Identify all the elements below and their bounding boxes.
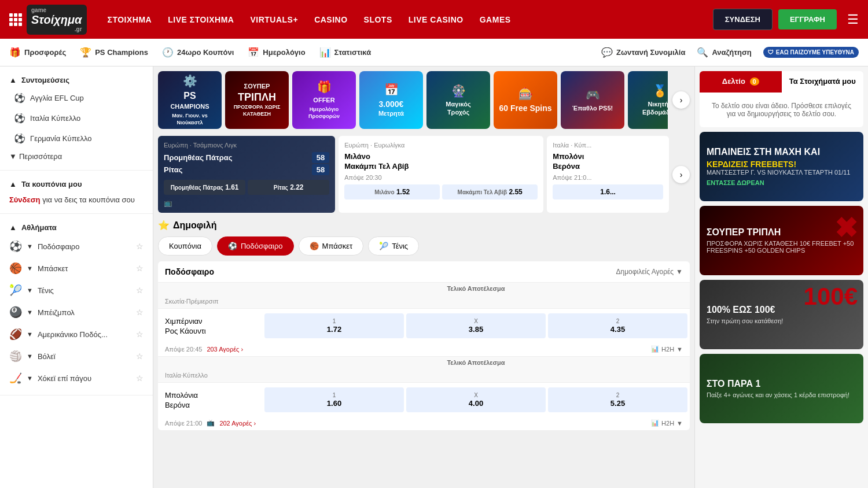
match1-h2h[interactable]: 📊 H2H ▼ xyxy=(651,345,683,353)
popular-tab-basketball[interactable]: 🏀 Μπάσκετ xyxy=(299,236,364,256)
live-odd-away-btn[interactable]: Ρίτας 2.22 xyxy=(248,180,329,195)
match2-odd1-label: 1 xyxy=(333,392,336,398)
logo-game-text: game xyxy=(31,7,82,13)
sidebar-item-baseball[interactable]: 🎱 ▼ Μπέιζμπολ ☆ xyxy=(0,301,153,323)
sidebar-item-football[interactable]: ⚽ ▼ Ποδόσφαιρο ☆ xyxy=(0,235,153,257)
sidebar-item-volleyball[interactable]: 🏐 ▼ Βόλεϊ ☆ xyxy=(0,345,153,367)
popular-tab-football[interactable]: ⚽ Ποδόσφαιρο xyxy=(217,236,294,256)
nav-casino[interactable]: CASINO xyxy=(314,15,347,24)
nav-slots[interactable]: SLOTS xyxy=(364,15,392,24)
match2-odd1-value: 1.60 xyxy=(327,399,341,408)
match2-markets-link[interactable]: 202 Αγορές › xyxy=(219,420,256,427)
register-button[interactable]: ΕΓΓΡΑΦΗ xyxy=(778,9,837,29)
shortcut-england-efl[interactable]: ⚽ Αγγλία EFL Cup xyxy=(0,88,153,108)
search-btn[interactable]: 🔍 Αναζήτηση xyxy=(697,47,751,58)
popular-tab-tennis[interactable]: 🎾 Τένις xyxy=(368,236,419,256)
right-banner-ps[interactable]: ΜΠΑΙΝΕΙΣ ΣΤΗ ΜΑΧΗ ΚΑΙ ΚΕΡΔΙΖΕΙΣ FREEBETS… xyxy=(700,132,863,201)
promo-card-calendar[interactable]: 📅 3.000€ Μετρητά xyxy=(359,71,423,129)
fav-icon-am-football[interactable]: ☆ xyxy=(136,330,144,339)
bet-slip-tab-delta[interactable]: Δελτίο 0 xyxy=(700,71,782,93)
shortcuts-more-btn[interactable]: ▼ Περισσότερα xyxy=(0,149,153,164)
nav-stoixima[interactable]: ΣΤΟΙΧΗΜΑ xyxy=(108,15,152,24)
live-game-milano: Ευρώπη · Ευρωλίγκα Μιλάνο Μακάμπι Τελ Αβ… xyxy=(339,136,543,213)
promo-next-btn[interactable]: › xyxy=(672,91,690,109)
nav-virtuals[interactable]: VIRTUALS+ xyxy=(250,15,298,24)
promo-card-freespins[interactable]: 🎰 60 Free Spins xyxy=(494,71,557,129)
match2-odd1-btn[interactable]: 1 1.60 xyxy=(264,387,404,412)
live-odd-home-btn[interactable]: Προμηθέας Πάτρας 1.61 xyxy=(164,180,245,195)
popular-tabs: Κουπόνια ⚽ Ποδόσφαιρο 🏀 Μπάσκετ 🎾 Τένις xyxy=(158,236,690,256)
match1-markets-link[interactable]: 203 Αγορές › xyxy=(207,346,243,353)
sports-header[interactable]: ▲ Αθλήματα xyxy=(0,220,153,235)
right-banner-para[interactable]: ΣΤΟ ΠΑΡΑ 1 Παίξε 4+ αγώνες και αν χάσεις… xyxy=(700,354,863,423)
search-icon: 🔍 xyxy=(697,47,708,58)
sidebar-item-hockey[interactable]: 🏒 ▼ Χόκεϊ επί πάγου ☆ xyxy=(0,367,153,389)
match1-odd2-btn[interactable]: 2 4.35 xyxy=(548,313,687,338)
live-team2-name: Ρίτας xyxy=(164,165,182,174)
match1-oddX-btn[interactable]: Χ 3.85 xyxy=(406,313,546,338)
promo-offer-icon: 🎁 xyxy=(317,80,332,94)
nav-live-casino[interactable]: LIVE CASINO xyxy=(409,15,464,24)
match2-h2h[interactable]: 📊 H2H ▼ xyxy=(651,419,683,427)
live-team3-name: Μιλάνο xyxy=(344,152,370,161)
match-row-2: Μπολόνια Βερόνα 1 1.60 Χ 4.00 xyxy=(158,383,690,430)
live-odd-home2-value: 1.52 xyxy=(396,188,410,196)
sidebar-item-american-football[interactable]: 🏈 ▼ Αμερικάνικο Ποδός... ☆ xyxy=(0,323,153,345)
nav-games[interactable]: GAMES xyxy=(480,15,511,24)
sidebar-item-basketball[interactable]: 🏀 ▼ Μπάσκετ ☆ xyxy=(0,257,153,279)
promo-card-epathlon[interactable]: 🎮 Έπαθλο PS5! xyxy=(561,71,624,129)
promo-card-super-triph[interactable]: ΣΟΥΠΕΡ ΤΡΙΠΛΗ ΠΡΟΣΦΟΡΑ ΧΩΡΙΣ ΚΑΤΑΘΕΣΗ xyxy=(225,71,289,129)
match2-team2: Βερόνα xyxy=(165,401,255,409)
live-odd-milano-home[interactable]: Μιλάνο 1.52 xyxy=(344,184,440,199)
right-banner-triph[interactable]: ΣΟΥΠΕΡ ΤΡΙΠΛΗ ΠΡΟΣΦΟΡΑ ΧΩΡΙΣ ΚΑΤΑΘΕΣΗ 10… xyxy=(700,206,863,275)
promo-card-ps-champions[interactable]: ⚙️ PS CHAMPIONS Μαν. Γιουν. vs Νιούκαστλ xyxy=(158,71,222,129)
sec-nav-ps-champions[interactable]: 🏆 PS Champions xyxy=(80,47,148,58)
fav-icon-football[interactable]: ☆ xyxy=(136,242,144,251)
shortcut-germany-cup[interactable]: ⚽ Γερμανία Κύπελλο xyxy=(0,128,153,149)
promo-card-nikitis[interactable]: 🏅 Νικητής Εβδομάδας xyxy=(628,71,668,129)
coupons-login-link[interactable]: Σύνδεση xyxy=(9,195,41,204)
sec-nav-offers[interactable]: 🎁 Προσφορές xyxy=(9,47,66,58)
live-games-next-btn[interactable]: › xyxy=(672,166,690,183)
right-banner-100[interactable]: 100% ΕΩΣ 100€ Στην πρώτη σου κατάθεση! 1… xyxy=(700,280,863,349)
fav-icon-baseball[interactable]: ☆ xyxy=(136,308,144,317)
american-football-sport-icon: 🏈 xyxy=(9,328,22,341)
live-odd-milano-away[interactable]: Μακάμπι Τελ Αβίβ 2.55 xyxy=(442,184,538,199)
match2-oddX-btn[interactable]: Χ 4.00 xyxy=(406,387,546,412)
live-chat-btn[interactable]: 💬 Ζωντανή Συνομιλία xyxy=(601,47,685,58)
match1-teams-odds: Χιμπέρνιαν Ρος Κάουντι 1 1.72 Χ 3.85 xyxy=(158,309,690,343)
calendar-icon: 📅 xyxy=(248,47,259,58)
logo-area: game Sτοίχημα .gr xyxy=(9,5,87,35)
chevron-down-icon-7: ▼ xyxy=(27,353,33,360)
login-button[interactable]: ΣΥΝΔΕΣΗ xyxy=(713,9,773,30)
live-game-promitheasm: Ευρώπη · Τσάμπιονς Λιγκ Προμηθέας Πάτρας… xyxy=(158,136,335,213)
coupons-header[interactable]: ▲ Τα κουπόνια μου xyxy=(0,176,153,192)
tv-icon-match2: 📺 xyxy=(207,419,215,427)
match1-odd1-btn[interactable]: 1 1.72 xyxy=(264,313,404,338)
fav-icon-hockey[interactable]: ☆ xyxy=(136,374,144,383)
sec-nav-statistics[interactable]: 📊 Στατιστικά xyxy=(319,47,372,58)
fav-icon-basketball[interactable]: ☆ xyxy=(136,264,144,273)
fav-icon-tennis[interactable]: ☆ xyxy=(136,286,144,295)
shortcuts-header[interactable]: ▲ Συντομεύσεις xyxy=(0,72,153,88)
shortcut-italy-cup[interactable]: ⚽ Ιταλία Κύπελλο xyxy=(0,108,153,128)
live-team1-name: Προμηθέας Πάτρας xyxy=(164,153,233,162)
promo-card-offer[interactable]: 🎁 OFFER Ημερολόγιο Προσφορών xyxy=(292,71,356,129)
popular-markets-dropdown[interactable]: Δημοφιλείς Αγορές ▼ xyxy=(616,268,683,276)
hamburger-menu-icon[interactable]: ☰ xyxy=(847,12,859,27)
promo-ps-icon: ⚙️ xyxy=(183,74,197,88)
live-odd-italy-home[interactable]: 1.6... xyxy=(553,184,663,199)
promo-card-magic[interactable]: 🎡 Μαγικός Τροχός xyxy=(426,71,490,129)
sec-nav-calendar[interactable]: 📅 Ημερολόγιο xyxy=(248,47,305,58)
sidebar-item-tennis[interactable]: 🎾 ▼ Τένις ☆ xyxy=(0,279,153,301)
nav-live-stoixima[interactable]: LIVE ΣΤΟΙΧΗΜΑ xyxy=(168,15,234,24)
fav-icon-volleyball[interactable]: ☆ xyxy=(136,352,144,361)
sec-nav-coupon24[interactable]: 🕐 24ωρο Κουπόνι xyxy=(162,47,234,58)
bet-slip-tab-my-bets[interactable]: Τα Στοιχήματά μου xyxy=(782,71,864,93)
site-logo[interactable]: game Sτοίχημα .gr xyxy=(27,5,87,35)
bet-slip-empty-message: Το δελτίο σου είναι άδειο. Πρόσθεσε επιλ… xyxy=(700,93,863,127)
popular-tab-coupons[interactable]: Κουπόνια xyxy=(158,236,212,256)
match2-league: Ιταλία·Κύπελλο xyxy=(158,368,690,383)
match2-odd2-btn[interactable]: 2 5.25 xyxy=(548,387,687,412)
grid-menu-icon[interactable] xyxy=(9,13,22,26)
